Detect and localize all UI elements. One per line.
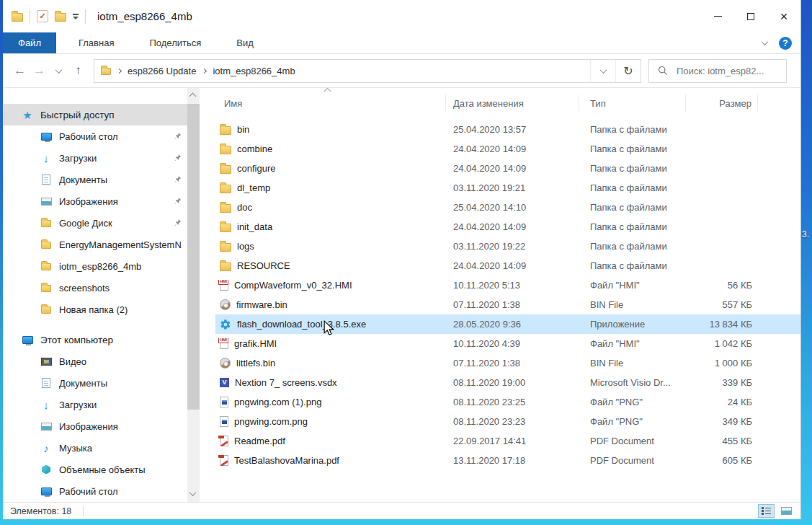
file-row[interactable]: pngwing.com (1).png 08.11.2020 23:25 Фай… <box>215 392 800 412</box>
breadcrumb-item[interactable]: iotm_esp8266_4mb <box>213 66 295 76</box>
new-folder-icon[interactable] <box>55 13 66 22</box>
file-type: Приложение <box>579 319 686 330</box>
chevron-right-icon[interactable] <box>202 68 207 73</box>
help-button[interactable]: ? <box>779 37 792 50</box>
file-name: Readme.pdf <box>234 436 285 446</box>
sidebar-item-pc-desktop[interactable]: Рабочий стол <box>3 480 187 502</box>
file-row[interactable]: HMIgrafik.HMI 10.11.2020 4:39 Файл "HMI"… <box>215 334 800 353</box>
file-date: 24.04.2020 14:09 <box>446 144 579 154</box>
address-bar[interactable]: esp8266 Update iotm_esp8266_4mb ↻ <box>94 59 641 83</box>
minimize-button[interactable] <box>701 0 734 32</box>
chevron-right-icon[interactable] <box>117 68 122 73</box>
sidebar-item-3d-objects[interactable]: Объемные объекты <box>3 459 187 480</box>
file-row[interactable]: firmware.bin 07.11.2020 1:38 BIN File 55… <box>215 295 800 314</box>
sidebar-item-music[interactable]: ♪ Музыка <box>3 437 187 459</box>
download-arrow-icon: ↓ <box>43 400 49 410</box>
file-name: bin <box>237 124 249 135</box>
refresh-button[interactable]: ↻ <box>615 60 641 82</box>
file-row[interactable]: logs 03.11.2020 19:22 Папка с файлами <box>215 237 800 256</box>
pin-icon <box>173 197 182 206</box>
file-date: 07.11.2020 1:38 <box>446 358 579 369</box>
title-bar[interactable]: ✓ iotm_esp8266_4mb × <box>3 0 800 32</box>
desktop-icon-label-fragment: 3. <box>802 229 809 239</box>
scroll-down-icon[interactable] <box>189 489 197 496</box>
file-type: Папка с файлами <box>579 144 686 154</box>
sidebar-item-energy-folder[interactable]: EnergyManagementSystemN <box>3 234 187 255</box>
search-box[interactable]: Поиск: iotm_esp82... <box>648 59 787 83</box>
close-button[interactable]: × <box>767 0 800 32</box>
recent-locations-chevron-icon[interactable] <box>49 69 68 74</box>
sidebar-item-downloads[interactable]: ↓ Загрузки <box>3 147 187 169</box>
forward-button[interactable]: → <box>30 63 49 78</box>
file-row[interactable]: bin 25.04.2020 13:57 Папка с файлами <box>215 120 800 139</box>
folder-icon <box>220 126 231 135</box>
file-row[interactable]: littlefs.bin 07.11.2020 1:38 BIN File 1 … <box>215 353 800 373</box>
sidebar-item-documents[interactable]: Документы <box>3 169 187 190</box>
file-row[interactable]: configure 24.04.2020 14:09 Папка с файла… <box>215 159 800 178</box>
sidebar-item-iotm-folder[interactable]: iotm_esp8266_4mb <box>3 255 187 277</box>
sidebar-item-screenshots[interactable]: screenshots <box>3 277 187 299</box>
breadcrumb-item[interactable]: esp8266 Update <box>128 66 196 76</box>
cube-icon <box>42 465 50 475</box>
customize-qat-dropdown-icon[interactable] <box>73 14 79 19</box>
sidebar-item-desktop[interactable]: Рабочий стол <box>3 125 187 147</box>
tab-share[interactable]: Поделиться <box>136 32 214 53</box>
file-list: Имя Дата изменения Тип Размер bin 25.04.… <box>200 88 800 502</box>
sidebar-item-videos[interactable]: Видео <box>3 350 187 372</box>
file-name: Nextion 7_ screens.vsdx <box>235 377 337 388</box>
file-name: littlefs.bin <box>236 358 275 369</box>
sidebar-item-pc-downloads[interactable]: ↓ Загрузки <box>3 394 187 415</box>
sidebar-item-this-pc[interactable]: Этот компьютер <box>3 329 187 350</box>
details-view-icon <box>762 507 771 515</box>
column-header-name[interactable]: Имя <box>215 94 446 112</box>
sidebar-item-pc-documents[interactable]: Документы <box>3 372 187 394</box>
file-row[interactable]: combine 24.04.2020 14:09 Папка с файлами <box>215 139 800 159</box>
sidebar-scrollbar[interactable] <box>187 88 200 502</box>
file-row[interactable]: dl_temp 03.11.2020 19:21 Папка с файлами <box>215 178 800 198</box>
column-header-date[interactable]: Дата изменения <box>446 94 579 112</box>
sidebar-item-pc-pictures[interactable]: Изображения <box>3 415 187 437</box>
file-row[interactable]: RESOURCE 24.04.2020 14:09 Папка с файлам… <box>215 256 800 275</box>
thumbnail-view-button[interactable] <box>778 504 795 518</box>
sidebar-item-quick-access[interactable]: ★ Быстрый доступ <box>3 104 187 125</box>
hmi-file-icon: HMI <box>220 338 228 349</box>
sidebar-item-pictures[interactable]: Изображения <box>3 190 187 212</box>
sidebar-item-google-drive[interactable]: Google Диск <box>3 212 187 234</box>
maximize-button[interactable] <box>734 0 767 32</box>
file-row[interactable]: init_data 24.04.2020 14:09 Папка с файла… <box>215 217 800 237</box>
address-dropdown-button[interactable] <box>590 60 615 82</box>
file-row[interactable]: doc 25.04.2020 14:10 Папка с файлами <box>215 198 800 217</box>
file-row-selected[interactable]: flash_download_tool_3.8.5.exe 28.05.2020… <box>215 314 800 334</box>
back-button[interactable]: ← <box>10 63 30 78</box>
divider <box>85 9 86 24</box>
column-header-type[interactable]: Тип <box>579 94 686 112</box>
file-row[interactable]: HMICompWaveform_v0_32.HMI 10.11.2020 5:1… <box>215 275 800 295</box>
file-name: dl_temp <box>237 182 270 193</box>
png-file-icon <box>220 416 228 427</box>
tab-view[interactable]: Вид <box>223 32 267 53</box>
sidebar-item-new-folder[interactable]: Новая папка (2) <box>3 299 187 320</box>
column-header-size[interactable]: Размер <box>686 94 758 112</box>
file-size: 24 КБ <box>686 397 758 407</box>
file-date: 08.11.2020 23:25 <box>446 397 579 407</box>
file-row[interactable]: TestBalashovaMarina.pdf 13.11.2020 17:18… <box>215 451 800 470</box>
folder-icon <box>220 262 231 271</box>
up-button[interactable]: ↑ <box>68 63 88 78</box>
file-row[interactable]: Readme.pdf 22.09.2017 14:41 PDF Document… <box>215 431 800 451</box>
content-area: ★ Быстрый доступ Рабочий стол ↓ Загрузки… <box>3 88 800 502</box>
computer-icon <box>22 336 33 344</box>
scroll-up-icon[interactable] <box>189 93 197 100</box>
file-type: Папка с файлами <box>579 163 686 174</box>
properties-check-icon[interactable]: ✓ <box>37 10 48 22</box>
monitor-icon <box>41 488 52 495</box>
file-type: BIN File <box>579 299 686 310</box>
tab-home[interactable]: Главная <box>66 32 127 53</box>
tab-file[interactable]: Файл <box>3 32 56 53</box>
file-row[interactable]: VNextion 7_ screens.vsdx 08.11.2020 19:0… <box>215 373 800 392</box>
minimize-ribbon-chevron-icon[interactable] <box>762 38 769 45</box>
file-row[interactable]: pngwing.com.png 08.11.2020 23:23 Файл "P… <box>215 412 800 431</box>
scrollbar-thumb[interactable] <box>187 104 200 410</box>
file-name: configure <box>237 163 275 174</box>
pdf-file-icon <box>220 455 228 466</box>
details-view-button[interactable] <box>758 504 775 518</box>
